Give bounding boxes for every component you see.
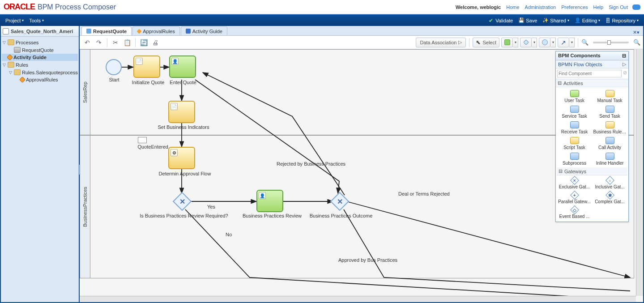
process-canvas[interactable]: SalesRep BusinessPractices Start	[80, 49, 643, 302]
script-icon: 📄	[136, 58, 143, 65]
editing-menu[interactable]: 👤 Editing▾	[572, 17, 603, 23]
paste-button[interactable]: 📋	[122, 38, 132, 47]
welcome-text: Welcome, weblogic	[456, 4, 501, 10]
navigation-tree: ▽Processes RequestQuote Activity Guide ▽…	[1, 37, 79, 85]
palette-inline-handler[interactable]: Inline Handler	[592, 152, 627, 166]
tab-approval-rules[interactable]: ApprovalRules	[132, 26, 180, 35]
minimize-icon[interactable]: ⊟	[622, 53, 626, 59]
main-area: Sales_Quote_North_Ameri ▽Processes Reque…	[0, 26, 644, 303]
edge-yes: Yes	[207, 204, 215, 209]
tab-activity-guide[interactable]: Activity Guide	[181, 26, 227, 35]
print-button[interactable]: 🖨	[150, 38, 160, 47]
palette-user-task[interactable]: User Task	[557, 89, 592, 104]
palette-manual-task[interactable]: Manual Task	[592, 89, 627, 104]
palette-call-activity[interactable]: Call Activity	[592, 136, 627, 151]
edge-deal-rejected: Deal or Terms Rejected	[398, 191, 450, 196]
event-shape-button[interactable]	[539, 38, 550, 47]
component-palette[interactable]: BPM Components⊟ BPMN Flow Objects▷ ⊘ ⊟Ac…	[555, 51, 629, 222]
select-tool[interactable]: ⬉Select	[473, 38, 499, 47]
tree-processes[interactable]: ▽Processes	[2, 38, 78, 46]
connector-dropdown[interactable]: ▾	[569, 38, 575, 47]
task-shape-button[interactable]	[501, 38, 513, 47]
initialize-quote-task[interactable]: 📄	[133, 55, 160, 78]
undo-button[interactable]: ↶	[82, 38, 92, 47]
palette-title-bar[interactable]: BPM Components⊟	[556, 51, 628, 60]
gear-icon: ⚙	[171, 149, 178, 156]
horizontal-scrollbar[interactable]	[80, 296, 636, 302]
quote-entered-label: QuoteEntered	[129, 144, 168, 149]
palette-exclusive-gateway[interactable]: ×Exclusive Gat...	[557, 176, 592, 190]
set-bi-label: Set Business Indicators	[152, 124, 215, 130]
preferences-link[interactable]: Preferences	[561, 4, 588, 10]
tree-activity-guide[interactable]: Activity Guide	[2, 54, 78, 61]
editor: RequestQuote ApprovalRules Activity Guid…	[80, 26, 643, 302]
administration-link[interactable]: Administration	[525, 4, 556, 10]
task-shape-dropdown[interactable]: ▾	[513, 38, 518, 47]
shield-icon	[186, 29, 191, 34]
palette-parallel-gateway[interactable]: +Parallel Gatew...	[557, 191, 592, 205]
diamond-icon	[137, 29, 142, 34]
zoom-out-button[interactable]: 🔍	[581, 39, 589, 46]
tree-request-quote[interactable]: RequestQuote	[8, 46, 78, 54]
palette-receive-task[interactable]: Receive Task	[557, 120, 592, 135]
app-title: BPM Process Composer	[38, 3, 116, 11]
tab-bar: RequestQuote ApprovalRules Activity Guid…	[80, 26, 643, 36]
validate-button[interactable]: ✔Validate	[486, 17, 516, 24]
connector-button[interactable]: ↗	[558, 38, 569, 47]
event-shape-dropdown[interactable]: ▾	[550, 38, 556, 47]
lane-header-salesrep[interactable]: SalesRep	[80, 49, 90, 135]
script-icon: 📄	[171, 103, 178, 110]
palette-subtitle[interactable]: BPMN Flow Objects▷	[556, 60, 628, 68]
palette-search: ⊘	[556, 68, 628, 79]
edge-rejected-bp: Rejected by Business Practices	[277, 161, 345, 166]
cut-button[interactable]: ✂	[111, 38, 120, 47]
gateway-shape-dropdown[interactable]: ▾	[532, 38, 537, 47]
zoom-slider[interactable]	[593, 42, 629, 43]
save-button[interactable]: 💾 Save	[516, 17, 540, 23]
shared-menu[interactable]: ✨ Shared▾	[540, 17, 571, 23]
palette-inclusive-gateway[interactable]: ○Inclusive Gat...	[592, 176, 627, 190]
tab-close-icon[interactable]: ✕▾	[633, 30, 640, 35]
start-event[interactable]	[106, 59, 122, 75]
sign-out-link[interactable]: Sign Out	[609, 4, 628, 10]
business-practices-review-task[interactable]: 👤	[256, 190, 283, 212]
palette-complex-gateway[interactable]: ✱Complex Gat...	[592, 191, 627, 205]
repository-menu[interactable]: 🗄 Repository▾	[603, 18, 641, 23]
set-business-indicators-task[interactable]: 📄	[168, 101, 195, 123]
palette-service-task[interactable]: Service Task	[557, 105, 592, 119]
palette-event-based-gateway[interactable]: ◇Event Based ...	[557, 206, 592, 220]
tab-request-quote[interactable]: RequestQuote	[81, 26, 132, 35]
palette-script-task[interactable]: Script Task	[557, 136, 592, 151]
redo-button[interactable]: ↷	[94, 38, 104, 47]
palette-section-activities[interactable]: ⊟Activities	[556, 79, 628, 87]
vertical-scrollbar[interactable]	[636, 49, 643, 296]
palette-business-rule[interactable]: Business Rule ...	[592, 120, 627, 135]
palette-send-task[interactable]: Send Task	[592, 105, 627, 119]
clear-search-icon[interactable]: ⊘	[623, 70, 627, 77]
refresh-button[interactable]: 🔄	[139, 38, 149, 47]
tree-approval-rules[interactable]: ApprovalRules	[14, 76, 78, 83]
tools-menu[interactable]: Tools▾	[26, 18, 47, 23]
help-link[interactable]: Help	[593, 4, 604, 10]
gateway-shape-button[interactable]	[520, 38, 532, 47]
palette-search-input[interactable]	[557, 70, 622, 77]
sidebar: Sales_Quote_North_Ameri ▽Processes Reque…	[1, 26, 80, 302]
palette-section-gateways[interactable]: ⊟Gateways	[557, 167, 627, 175]
user-icon: 👤	[171, 58, 179, 65]
project-icon	[3, 28, 9, 34]
bp-outcome-label: Business Practices Outcome	[303, 213, 380, 218]
tree-rules[interactable]: ▽Rules	[2, 61, 78, 68]
is-review-required-label: Is Business Practices Review Required?	[132, 213, 235, 218]
home-link[interactable]: Home	[506, 4, 519, 10]
tree-rules-salesquote[interactable]: ▽Rules.Salesquoteprocess	[8, 68, 78, 76]
edge-approved-bp: Approved by Bus Practices	[338, 257, 397, 263]
quote-entered-event[interactable]	[138, 137, 147, 143]
project-menu[interactable]: Project▾	[3, 18, 26, 23]
enter-quote-task[interactable]: 👤	[169, 55, 196, 78]
determine-approval-flow-task[interactable]: ⚙	[168, 147, 195, 169]
zoom-in-button[interactable]: 🔍	[633, 39, 640, 46]
start-label: Start	[104, 77, 124, 82]
palette-subprocess[interactable]: Subprocess	[557, 152, 592, 166]
lane-header-business-practices[interactable]: BusinessPractices	[80, 135, 90, 278]
data-association-button[interactable]: Data Association▷	[416, 38, 466, 47]
